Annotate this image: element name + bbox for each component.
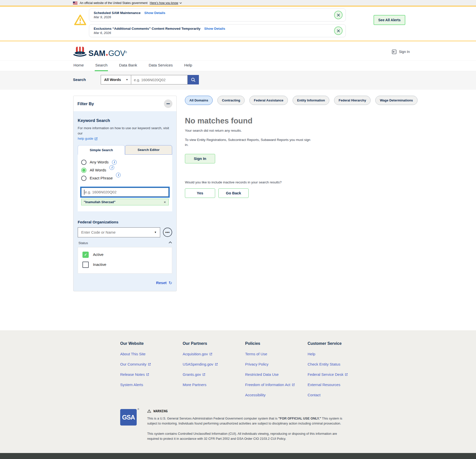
status-label: Status (78, 241, 88, 245)
simple-search-tab-body: Any Words i All Words i Exact Phrase i e… (78, 155, 172, 211)
ellipsis-icon: ••• (165, 230, 170, 234)
uncle-sam-hat-icon: ★ ★ ★ (73, 46, 87, 57)
show-details-link[interactable]: Show Details (204, 27, 225, 30)
no-matches-heading: No matches found (185, 116, 466, 125)
info-icon[interactable]: i (116, 173, 121, 177)
tab-search-editor[interactable]: Search Editor (125, 145, 172, 155)
footer-link-terms-of-use[interactable]: Terms of Use (245, 352, 308, 356)
nav-item-home[interactable]: Home (73, 60, 84, 71)
text-caret (84, 190, 84, 195)
logo-text: SAM★GOV® (88, 49, 127, 57)
select-caret-icon: ▼ (126, 78, 128, 81)
footer-link-contact[interactable]: Contact (308, 393, 370, 397)
sam-gov-logo[interactable]: ★ ★ ★ SAM★GOV® (73, 46, 127, 57)
radio-row-all-words: All Words i (81, 168, 169, 173)
info-icon[interactable]: i (109, 165, 114, 170)
inactive-checkbox-unchecked[interactable] (82, 262, 89, 268)
more-options-button[interactable]: ••• (163, 228, 172, 237)
info-icon[interactable]: i (112, 160, 117, 165)
footer-link-accessibility[interactable]: Accessibility (245, 393, 308, 397)
footer-link-system-alerts[interactable]: System Alerts (120, 383, 183, 387)
external-link-icon (146, 373, 149, 376)
alert-title: Scheduled SAM Maintenance (94, 11, 141, 15)
pill-federal-hierarchy[interactable]: Federal Hierarchy (334, 96, 371, 105)
warning-title: WARNING (147, 409, 347, 413)
collapse-filter-button[interactable] (164, 99, 172, 108)
results-area: All Domains Contracting Federal Assistan… (185, 96, 466, 330)
footer-link-privacy-policy[interactable]: Privacy Policy (245, 362, 308, 366)
help-guide-link[interactable]: help guide (78, 136, 98, 141)
footer-link-help[interactable]: Help (308, 352, 370, 356)
external-link-icon (148, 363, 151, 366)
reset-filters[interactable]: Reset ↻ (78, 280, 172, 286)
search-input[interactable] (131, 75, 188, 84)
heres-how-you-know-link[interactable]: Here’s how you know (150, 1, 182, 5)
nav-item-data-bank[interactable]: Data Bank (118, 60, 137, 71)
footer-link-check-entity-status[interactable]: Check Entity Status (308, 362, 370, 366)
see-all-alerts-button[interactable]: See All Alerts (374, 15, 405, 25)
pill-federal-assistance[interactable]: Federal Assistance (249, 96, 288, 105)
close-alert-button[interactable] (334, 26, 343, 35)
alert-date: Mar 9, 2026 (94, 15, 330, 19)
footer-link-usaspending-gov[interactable]: USASpending.gov (183, 362, 245, 366)
gov-banner-text: An official website of the United States… (80, 1, 147, 5)
footer-link-acquisition-gov[interactable]: Acquisition.gov (183, 352, 245, 356)
all-words-radio-selected[interactable] (81, 168, 86, 173)
federal-organizations-row: Enter Code or Name ▼ ••• (78, 227, 172, 237)
keyword-chip: "Inamullah Sherzad" × (81, 199, 169, 205)
exact-phrase-radio[interactable] (81, 176, 86, 181)
warning-triangle-icon (74, 14, 87, 27)
alert-cards: Scheduled SAM Maintenance Show Details M… (89, 8, 346, 37)
search-mode-select[interactable]: All Words ▼ (101, 75, 131, 84)
keyword-input-placeholder: e.g. 1606N020Q02 (85, 190, 117, 194)
keyword-tabs: Simple Search Search Editor (78, 145, 172, 155)
site-header: ★ ★ ★ SAM★GOV® Sign In (0, 41, 476, 60)
chevron-up-icon[interactable] (169, 241, 172, 245)
tab-simple-search[interactable]: Simple Search (78, 145, 125, 155)
federal-organizations-select[interactable]: Enter Code or Name ▼ (78, 227, 160, 237)
yes-button[interactable]: Yes (185, 188, 215, 198)
sign-in-button[interactable]: Sign In (185, 154, 215, 163)
radio-row-exact-phrase: Exact Phrase i (81, 176, 169, 181)
status-option-active[interactable]: ✓ Active (82, 252, 167, 258)
gov-banner: An official website of the United States… (0, 0, 476, 6)
footer-link-more-partners[interactable]: More Partners (183, 383, 245, 387)
external-link-icon (202, 373, 205, 376)
footer-link-our-community[interactable]: Our Community (120, 362, 183, 366)
footer-link-federal-service-desk[interactable]: Federal Service Desk (308, 372, 370, 377)
footer-link-grants-gov[interactable]: Grants.gov (183, 372, 245, 377)
svg-text:★ ★ ★: ★ ★ ★ (77, 52, 82, 54)
pill-entity-information[interactable]: Entity Information (293, 96, 329, 105)
pill-wage-determinations[interactable]: Wage Determinations (375, 96, 417, 105)
keyword-search-input[interactable]: e.g. 1606N020Q02 (81, 188, 169, 197)
minus-icon (166, 103, 170, 104)
radio-row-any-words: Any Words i (81, 160, 169, 165)
footer-link-foia[interactable]: Freedom of Information Act (245, 383, 308, 387)
footer: Our Website About This Site Our Communit… (0, 330, 476, 453)
search-button[interactable] (188, 75, 199, 84)
filter-panel: Filter By Keyword Search For more inform… (73, 96, 177, 291)
main-nav: Home Search Data Bank Data Services Help (0, 60, 476, 71)
nav-item-data-services[interactable]: Data Services (148, 60, 173, 71)
nav-item-search[interactable]: Search (95, 60, 108, 71)
close-icon (337, 29, 340, 32)
footer-link-about-this-site[interactable]: About This Site (120, 352, 183, 356)
footer-link-external-resources[interactable]: External Resources (308, 383, 370, 387)
remove-chip-icon[interactable]: × (164, 200, 166, 204)
any-words-radio[interactable] (81, 160, 86, 165)
close-alert-button[interactable] (334, 11, 343, 19)
go-back-button[interactable]: Go Back (218, 188, 249, 198)
inactive-records-question: Would you like to include inactive recor… (185, 180, 466, 184)
nav-item-help[interactable]: Help (184, 60, 193, 71)
active-checkbox-checked[interactable]: ✓ (82, 252, 89, 258)
show-details-link[interactable]: Show Details (144, 11, 165, 15)
sign-in-link[interactable]: Sign In (392, 49, 410, 54)
pill-all-domains[interactable]: All Domains (185, 96, 213, 105)
footer-column-customer-service: Customer Service Help Check Entity Statu… (308, 341, 370, 397)
footer-link-release-notes[interactable]: Release Notes (120, 372, 183, 377)
footer-link-restricted-data-use[interactable]: Restricted Data Use (245, 372, 308, 377)
pill-contracting[interactable]: Contracting (217, 96, 245, 105)
federal-organizations-heading: Federal Organizations (78, 220, 172, 224)
search-icon (191, 77, 196, 82)
status-option-inactive[interactable]: Inactive (82, 262, 167, 268)
